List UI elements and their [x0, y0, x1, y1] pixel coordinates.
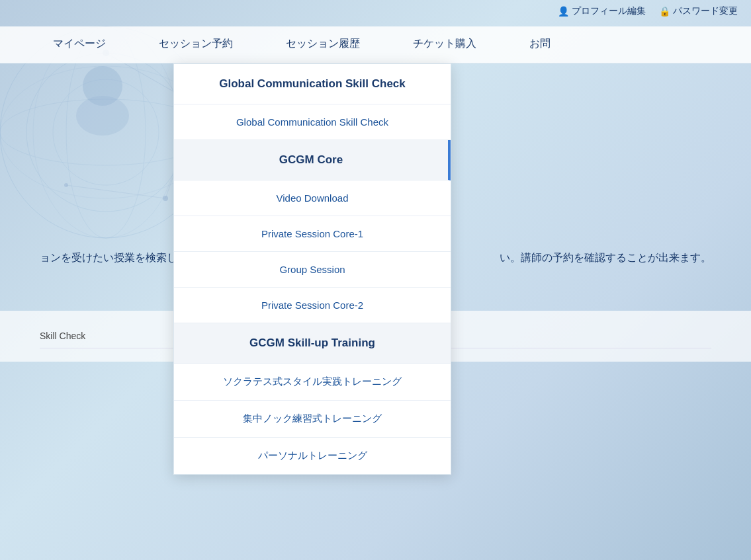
profile-edit-button[interactable]: 👤 プロフィール編集	[558, 5, 646, 17]
lock-icon: 🔒	[659, 6, 670, 17]
dropdown-intensive-training[interactable]: 集中ノック練習式トレーニング	[174, 401, 451, 438]
dropdown-private-session-core2[interactable]: Private Session Core-2	[174, 288, 451, 323]
search-hint-right: い。講師の予約を確認することが出来ます。	[500, 251, 711, 265]
nav-ticket-purchase[interactable]: チケット購入	[386, 26, 503, 63]
dropdown-private-session-core1[interactable]: Private Session Core-1	[174, 216, 451, 252]
nav-session-booking[interactable]: セッション予約	[132, 26, 259, 63]
dropdown-gcsc-header: Global Communication Skill Check	[174, 64, 451, 104]
dropdown-socrates-training[interactable]: ソクラテス式スタイル実践トレーニング	[174, 364, 451, 401]
navbar: マイページ セッション予約 セッション履歴 チケット購入 お問	[0, 26, 751, 63]
svg-point-15	[76, 96, 129, 136]
dropdown-gcgm-core[interactable]: GCGM Core	[174, 140, 451, 180]
dropdown-gcsc-link[interactable]: Global Communication Skill Check	[174, 104, 451, 140]
dropdown-gcgm-skillup[interactable]: GCGM Skill-up Training	[174, 323, 451, 364]
top-bar: 👤 プロフィール編集 🔒 パスワード変更	[545, 0, 751, 22]
nav-items: マイページ セッション予約 セッション履歴 チケット購入 お問	[0, 26, 751, 63]
profile-edit-label: プロフィール編集	[572, 5, 646, 17]
password-change-label: パスワード変更	[673, 5, 738, 17]
skill-check-cell: Skill Check	[40, 331, 172, 341]
dropdown-personal-training[interactable]: パーソナルトレーニング	[174, 438, 451, 474]
nav-contact[interactable]: お問	[503, 26, 577, 63]
dropdown-video-download[interactable]: Video Download	[174, 180, 451, 216]
dropdown-menu: Global Communication Skill Check Global …	[173, 63, 451, 475]
dropdown-group-session[interactable]: Group Session	[174, 252, 451, 288]
search-hint-left: ョンを受けたい授業を検索し	[40, 251, 177, 265]
password-change-button[interactable]: 🔒 パスワード変更	[659, 5, 738, 17]
person-icon: 👤	[558, 6, 569, 17]
nav-mypage[interactable]: マイページ	[26, 26, 132, 63]
nav-session-history[interactable]: セッション履歴	[259, 26, 386, 63]
